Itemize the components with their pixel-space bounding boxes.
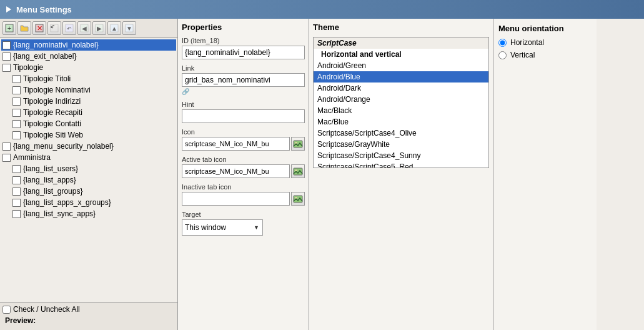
redo-button[interactable]: ↶ xyxy=(62,21,76,35)
add-button[interactable]: + xyxy=(2,21,16,35)
check-uncheck-checkbox[interactable] xyxy=(2,306,11,314)
tree-item-label: {lang_list_users} xyxy=(23,164,78,173)
tree-item-checkbox[interactable] xyxy=(12,98,21,106)
tree-item[interactable]: Amministra xyxy=(1,152,176,163)
tree-item[interactable]: Tipologie Titoli xyxy=(1,73,176,84)
theme-item[interactable]: Mac/Black xyxy=(314,105,488,116)
tree-item-label: Tipologie Nominativi xyxy=(23,86,91,94)
radio-group: Horizontal Vertical xyxy=(498,38,592,59)
tree-item[interactable]: {lang_list_sync_apps} xyxy=(1,208,176,219)
radio-vertical[interactable]: Vertical xyxy=(498,51,592,59)
orientation-title: Menu orientation xyxy=(498,24,592,33)
tree-item[interactable]: {lang_list_apps} xyxy=(1,174,176,186)
move-up-button[interactable]: ▲ xyxy=(107,21,121,35)
folder-button[interactable] xyxy=(17,21,31,35)
move-down-button[interactable]: ▼ xyxy=(122,21,136,35)
theme-item[interactable]: Scriptcase/ScriptCase5_Red xyxy=(314,161,488,168)
tree-item[interactable]: Tipologie Indirizzi xyxy=(1,96,176,107)
bottom-bar: Check / Uncheck All Preview: xyxy=(0,302,177,330)
tree-item-checkbox[interactable] xyxy=(2,41,11,49)
tree-item-checkbox[interactable] xyxy=(12,176,21,184)
tree-item[interactable]: Tipologie xyxy=(1,62,176,73)
theme-item[interactable]: Scriptcase/ScriptCase4_Sunny xyxy=(314,150,488,161)
theme-item[interactable]: Scriptcase/GrayWhite xyxy=(314,139,488,150)
radio-vertical-input[interactable] xyxy=(498,51,507,59)
move-left-button[interactable]: ◀ xyxy=(77,21,91,35)
title-bar-text: Menu Settings xyxy=(16,5,72,14)
tree-item-checkbox[interactable] xyxy=(12,109,21,117)
tree-item-label: {lang_list_groups} xyxy=(23,187,82,196)
theme-item[interactable]: Android/Blue xyxy=(314,71,488,82)
svg-text:▼: ▼ xyxy=(126,25,132,32)
check-uncheck-row: Check / Uncheck All xyxy=(2,305,175,314)
tree-item-label: Amministra xyxy=(13,153,51,162)
theme-item[interactable]: Mac/Blue xyxy=(314,116,488,128)
active-tab-input[interactable] xyxy=(182,164,290,178)
theme-item[interactable]: Android/Green xyxy=(314,60,488,71)
tree-item-label: {lang_exit_nolabel} xyxy=(13,52,76,61)
tree-item[interactable]: Tipologie Siti Web xyxy=(1,129,176,141)
tree-item[interactable]: {lang_menu_security_nolabel} xyxy=(1,141,176,152)
tree-item-label: Tipologie xyxy=(13,63,43,72)
tree-item[interactable]: Tipologie Recapiti xyxy=(1,107,176,118)
icon-label: Icon xyxy=(182,128,305,136)
tree-item[interactable]: {lang_exit_nolabel} xyxy=(1,51,176,62)
target-select[interactable]: This window New window Parent window Top… xyxy=(182,219,263,236)
tree-item-checkbox[interactable] xyxy=(2,142,11,151)
tree-container[interactable]: {lang_nominativi_nolabel}{lang_exit_nola… xyxy=(0,38,177,302)
title-bar: Menu Settings xyxy=(0,0,644,19)
tree-item-checkbox[interactable] xyxy=(12,188,21,196)
tree-item-checkbox[interactable] xyxy=(12,210,21,218)
radio-horizontal-input[interactable] xyxy=(498,39,507,47)
delete-button[interactable]: ✕ xyxy=(32,21,46,35)
label-input[interactable] xyxy=(182,46,305,59)
theme-item[interactable]: Android/Dark xyxy=(314,82,488,94)
theme-item[interactable]: Android/Orange xyxy=(314,94,488,105)
tree-item-checkbox[interactable] xyxy=(12,131,21,139)
inactive-tab-browse-button[interactable] xyxy=(291,192,305,206)
theme-item[interactable]: ScriptCase xyxy=(314,38,488,49)
preview-label: Preview: xyxy=(2,314,175,328)
tree-item-checkbox[interactable] xyxy=(12,199,21,207)
undo-button[interactable] xyxy=(47,21,61,35)
active-tab-browse-button[interactable] xyxy=(291,164,305,178)
hint-field-group: Hint xyxy=(182,101,305,123)
tree-item-checkbox[interactable] xyxy=(12,86,21,94)
main-container: + ✕ xyxy=(0,19,644,330)
theme-list[interactable]: ScriptCaseHorizontal and verticalAndroid… xyxy=(313,37,489,168)
icon-row xyxy=(182,137,305,151)
link-hint[interactable]: 🔗 xyxy=(182,88,189,95)
orientation-panel: Menu orientation Horizontal Vertical xyxy=(493,19,597,330)
icon-input[interactable] xyxy=(182,137,290,151)
link-input[interactable] xyxy=(182,73,305,87)
title-bar-arrow xyxy=(6,6,11,12)
theme-item[interactable]: Scriptcase/ScriptCase4_Olive xyxy=(314,128,488,139)
tree-item-checkbox[interactable] xyxy=(2,52,11,61)
tree-item-checkbox[interactable] xyxy=(2,154,11,162)
theme-panel: Theme ScriptCaseHorizontal and verticalA… xyxy=(309,19,493,330)
theme-item[interactable]: Horizontal and vertical xyxy=(314,49,488,60)
tree-item-checkbox[interactable] xyxy=(12,75,21,83)
tree-item-label: {lang_list_apps_x_groups} xyxy=(23,198,111,207)
tree-item[interactable]: Tipologie Contatti xyxy=(1,118,176,129)
link-field-group: Link 🔗 xyxy=(182,64,305,96)
tree-item-checkbox[interactable] xyxy=(12,120,21,128)
icon-browse-button[interactable] xyxy=(291,137,305,151)
tree-item[interactable]: Tipologie Nominativi xyxy=(1,84,176,96)
move-right-button[interactable]: ▶ xyxy=(92,21,106,35)
tree-item[interactable]: {lang_nominativi_nolabel} xyxy=(1,39,176,51)
inactive-tab-field-group: Inactive tab icon xyxy=(182,183,305,206)
inactive-tab-row xyxy=(182,192,305,206)
tree-item[interactable]: {lang_list_users} xyxy=(1,163,176,174)
tree-item-checkbox[interactable] xyxy=(12,165,21,173)
tree-item-checkbox[interactable] xyxy=(2,64,11,72)
radio-horizontal-label: Horizontal xyxy=(510,38,544,47)
inactive-tab-input[interactable] xyxy=(182,192,290,206)
inactive-tab-label: Inactive tab icon xyxy=(182,183,305,191)
tree-item-label: Tipologie Recapiti xyxy=(23,108,82,117)
tree-item[interactable]: {lang_list_apps_x_groups} xyxy=(1,197,176,208)
id-field-group: ID (item_18) xyxy=(182,37,305,59)
tree-item[interactable]: {lang_list_groups} xyxy=(1,186,176,197)
hint-input[interactable] xyxy=(182,109,305,123)
radio-horizontal[interactable]: Horizontal xyxy=(498,38,592,47)
